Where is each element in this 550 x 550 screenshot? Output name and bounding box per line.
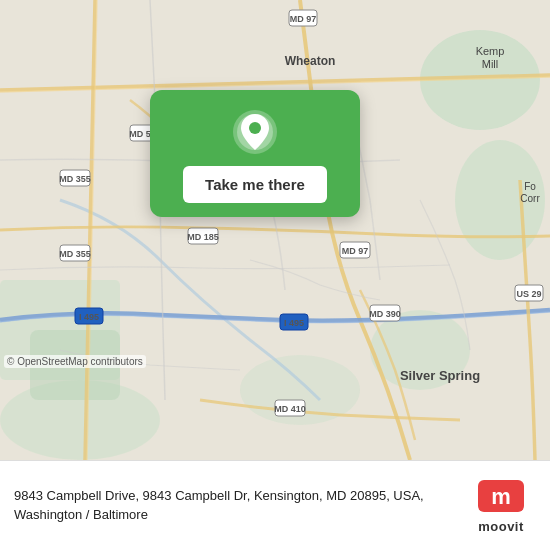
svg-text:MD 355: MD 355 xyxy=(59,249,91,259)
map-view: MD 97 MD 355 MD 355 MD 547 MD 185 I 495 … xyxy=(0,0,550,460)
svg-text:MD 97: MD 97 xyxy=(342,246,369,256)
address-display: 9843 Campbell Drive, 9843 Campbell Dr, K… xyxy=(14,487,456,525)
svg-text:I 495: I 495 xyxy=(284,318,304,328)
moovit-logo: m moovit xyxy=(466,478,536,534)
location-card: Take me there xyxy=(150,90,360,217)
moovit-label: moovit xyxy=(478,519,524,534)
svg-text:Kemp: Kemp xyxy=(476,45,505,57)
svg-text:Corr: Corr xyxy=(520,193,540,204)
svg-text:MD 185: MD 185 xyxy=(187,232,219,242)
svg-text:MD 355: MD 355 xyxy=(59,174,91,184)
take-me-there-button[interactable]: Take me there xyxy=(183,166,327,203)
bottom-info-bar: 9843 Campbell Drive, 9843 Campbell Dr, K… xyxy=(0,460,550,550)
svg-text:US 29: US 29 xyxy=(516,289,541,299)
svg-text:MD 390: MD 390 xyxy=(369,309,401,319)
md97-top-label: MD 97 xyxy=(290,14,317,24)
svg-text:I 495: I 495 xyxy=(79,312,99,322)
svg-text:MD 410: MD 410 xyxy=(274,404,306,414)
location-pin-icon xyxy=(231,108,279,156)
svg-text:Mill: Mill xyxy=(482,58,499,70)
svg-text:Wheaton: Wheaton xyxy=(285,54,336,68)
osm-credit: © OpenStreetMap contributors xyxy=(4,355,146,368)
svg-text:Fo: Fo xyxy=(524,181,536,192)
moovit-icon: m xyxy=(476,478,526,519)
svg-point-41 xyxy=(249,122,261,134)
svg-text:m: m xyxy=(491,484,511,509)
svg-text:Silver Spring: Silver Spring xyxy=(400,368,480,383)
